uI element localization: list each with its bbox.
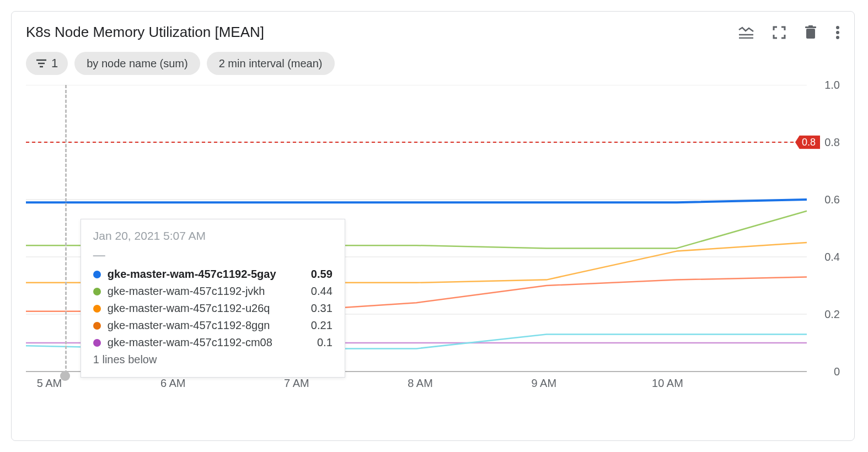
x-tick: 9 AM [531,377,556,390]
y-tick: 1.0 [824,79,840,92]
svg-point-6 [836,31,839,34]
more-vert-icon[interactable] [835,25,840,40]
legend-toggle-icon[interactable] [738,26,754,39]
series-name: gke-master-wam-457c1192-cm08 [108,336,293,349]
filter-chip[interactable]: 1 [26,52,68,75]
x-tick: 8 AM [408,377,433,390]
groupby-chip[interactable]: by node name (sum) [74,52,200,75]
y-tick: 0 [834,365,840,378]
y-tick: 0.2 [824,308,840,321]
y-tick: 0.8 [824,136,840,149]
hover-dot [60,371,70,381]
x-tick: 7 AM [284,377,309,390]
series-value: 0.21 [299,319,333,332]
svg-rect-2 [806,29,815,39]
x-tick: 5 AM [37,377,62,390]
tooltip-row: gke-master-wam-457c1192-cm080.1 [93,336,333,349]
series-value: 0.44 [299,285,333,298]
svg-rect-4 [808,25,813,27]
series-name: gke-master-wam-457c1192-jvkh [108,285,293,298]
series-name: gke-master-wam-457c1192-5gay [108,268,293,281]
tooltip-timestamp: Jan 20, 2021 5:07 AM [93,229,333,243]
x-tick: 6 AM [160,377,186,390]
header: K8s Node Memory Utilization [MEAN] [26,24,840,41]
fullscreen-icon[interactable] [773,26,786,39]
series-dot-icon [93,288,101,295]
x-tick: 10 AM [652,377,683,390]
tooltip-row: gke-master-wam-457c1192-8ggn0.21 [93,319,333,332]
x-axis: 5 AM6 AM7 AM8 AM9 AM10 AM [26,377,807,394]
series-dot-icon [93,271,101,278]
series-value: 0.31 [299,302,333,315]
tooltip-row: gke-master-wam-457c1192-jvkh0.44 [93,285,333,298]
header-actions [738,25,840,40]
y-axis: 1.00.80.60.40.20 [807,85,840,372]
series-dot-icon [93,305,101,313]
y-tick: 0.4 [824,251,840,263]
tooltip-row: gke-master-wam-457c1192-u26q0.31 [93,302,333,315]
delete-icon[interactable] [805,25,817,40]
chart-card: K8s Node Memory Utilization [MEAN] [11,11,855,441]
chart-area[interactable]: 1.00.80.60.40.20 5 AM6 AM7 AM8 AM9 AM10 … [26,85,840,394]
chart-title: K8s Node Memory Utilization [MEAN] [26,24,264,41]
series-name: gke-master-wam-457c1192-8ggn [108,319,293,332]
filter-count: 1 [51,56,58,71]
series-name: gke-master-wam-457c1192-u26q [108,302,293,315]
hover-line [65,85,67,374]
series-dot-icon [93,322,101,330]
series-value: 0.1 [299,336,333,349]
tooltip-dash: — [93,248,333,262]
tooltip-row: gke-master-wam-457c1192-5gay0.59 [93,268,333,281]
tooltip: Jan 20, 2021 5:07 AM — gke-master-wam-45… [81,219,345,378]
threshold-label: 0.8 [795,136,820,149]
interval-chip[interactable]: 2 min interval (mean) [207,52,335,75]
series-value: 0.59 [299,268,333,281]
svg-point-7 [836,36,839,39]
y-tick: 0.6 [824,193,840,206]
svg-point-5 [836,26,839,29]
series-dot-icon [93,339,101,347]
chip-row: 1 by node name (sum) 2 min interval (mea… [26,52,840,75]
tooltip-footer: 1 lines below [93,353,333,366]
